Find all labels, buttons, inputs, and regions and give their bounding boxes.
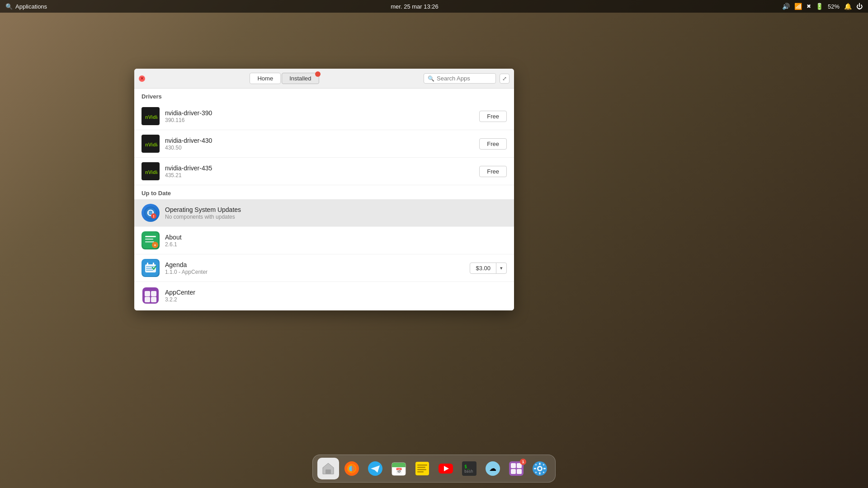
app-icon-os-updates: ! — [142, 204, 160, 222]
section-up-to-date: Up to Date — [134, 185, 514, 199]
svg-text:+: + — [154, 243, 156, 248]
app-name: Agenda — [165, 261, 470, 268]
svg-rect-41 — [326, 469, 331, 474]
list-item[interactable]: ! Operating System Updates No components… — [134, 199, 514, 227]
battery-icon: 🔋 — [816, 3, 823, 10]
dock-item-settings[interactable] — [529, 458, 551, 479]
svg-rect-27 — [145, 297, 150, 302]
app-action: $3.00 ▾ — [470, 263, 507, 274]
svg-rect-72 — [534, 468, 536, 469]
topbar: 🔍 Applications mer. 25 mar 13:26 🔊 📶 ✖ 🔋… — [0, 0, 868, 13]
svg-text:📅: 📅 — [396, 467, 402, 474]
price-button[interactable]: $3.00 ▾ — [470, 263, 507, 274]
app-icon-about: + — [142, 231, 160, 249]
list-item[interactable]: + About 2.6.1 — [134, 227, 514, 254]
svg-rect-54 — [417, 471, 424, 473]
app-info: AppCenter 3.2.2 — [165, 289, 507, 303]
app-name: AppCenter — [165, 289, 507, 296]
free-button[interactable]: Free — [479, 166, 507, 177]
list-item[interactable]: AppEditor 1.1.0 - AppCenter — [134, 310, 514, 310]
dock-item-terminal[interactable]: $_ bash — [458, 458, 480, 479]
app-name: nvidia-driver-430 — [165, 137, 479, 144]
topbar-left: 🔍 Applications — [5, 3, 47, 10]
svg-rect-28 — [151, 297, 156, 302]
svg-rect-19 — [146, 266, 155, 267]
svg-rect-14 — [145, 241, 154, 243]
svg-rect-26 — [151, 291, 156, 296]
app-version: 2.6.1 — [165, 241, 507, 248]
window-content: Drivers nVidia nvidia-driver-390 390.116… — [134, 89, 514, 310]
app-action: Free — [479, 111, 507, 122]
dock-item-store[interactable]: 1 — [505, 458, 527, 479]
tab-home[interactable]: Home — [250, 73, 281, 84]
svg-rect-66 — [517, 469, 522, 474]
svg-rect-52 — [417, 467, 425, 468]
tab-installed[interactable]: Installed — [282, 73, 319, 84]
app-icon-nvidia-430: nVidia — [142, 135, 160, 153]
dock: 📅 $_ bash — [312, 455, 556, 483]
app-info: nvidia-driver-430 430.50 — [165, 137, 479, 151]
svg-rect-71 — [539, 472, 541, 474]
svg-text:nVidia: nVidia — [145, 142, 158, 147]
close-button[interactable]: ✕ — [139, 75, 145, 82]
window-header: ✕ Home Installed 🔍 ⤢ — [134, 69, 514, 89]
app-name: nvidia-driver-390 — [165, 109, 479, 117]
dock-item-youtube[interactable] — [435, 458, 457, 479]
free-button[interactable]: Free — [479, 138, 507, 150]
dock-item-telegram[interactable] — [364, 458, 386, 479]
svg-rect-20 — [146, 268, 152, 269]
svg-rect-63 — [511, 463, 516, 468]
dock-item-cloud[interactable]: ☁ — [482, 458, 504, 479]
app-name: nvidia-driver-435 — [165, 164, 479, 172]
list-item[interactable]: nVidia nvidia-driver-430 430.50 Free — [134, 130, 514, 158]
bluetooth-icon: ✖ — [807, 3, 811, 9]
dock-item-notes[interactable] — [411, 458, 433, 479]
svg-text:☁: ☁ — [489, 465, 496, 472]
svg-rect-65 — [511, 469, 516, 474]
svg-text:$_: $_ — [464, 464, 470, 469]
svg-rect-12 — [145, 236, 156, 237]
nav-tabs: Home Installed — [149, 73, 420, 84]
price-arrow[interactable]: ▾ — [496, 263, 506, 273]
free-button[interactable]: Free — [479, 111, 507, 122]
app-version: 1.1.0 - AppCenter — [165, 269, 470, 275]
app-info: Operating System Updates No components w… — [165, 206, 507, 220]
search-icon: 🔍 — [428, 75, 434, 82]
notification-icon[interactable]: 🔔 — [844, 3, 852, 10]
svg-text:nVidia: nVidia — [145, 169, 158, 175]
app-version: 430.50 — [165, 145, 479, 151]
app-icon-agenda — [142, 259, 160, 277]
list-item[interactable]: AppCenter 3.2.2 — [134, 282, 514, 310]
search-box: 🔍 — [424, 73, 496, 84]
wifi-icon: 📶 — [794, 3, 802, 10]
appcenter-window: ✕ Home Installed 🔍 ⤢ Drivers — [134, 69, 514, 310]
power-icon[interactable]: ⏻ — [856, 3, 863, 10]
volume-icon[interactable]: 🔊 — [782, 3, 790, 10]
svg-rect-70 — [539, 463, 541, 465]
dock-item-firefox[interactable] — [341, 458, 363, 479]
svg-rect-22 — [147, 263, 148, 265]
dock-item-calendar[interactable]: 📅 — [388, 458, 410, 479]
app-name: About — [165, 234, 507, 241]
list-item[interactable]: nVidia nvidia-driver-435 435.21 Free — [134, 158, 514, 185]
app-info: Agenda 1.1.0 - AppCenter — [165, 261, 470, 275]
svg-rect-51 — [417, 465, 427, 466]
topbar-app-label: Applications — [15, 3, 47, 10]
svg-rect-21 — [146, 270, 153, 271]
svg-text:bash: bash — [464, 469, 473, 474]
app-info: nvidia-driver-390 390.116 — [165, 109, 479, 123]
search-input[interactable] — [437, 75, 492, 82]
list-item[interactable]: nVidia nvidia-driver-390 390.116 Free — [134, 103, 514, 130]
app-version: No components with updates — [165, 214, 507, 220]
topbar-datetime: mer. 25 mar 13:26 — [391, 3, 439, 10]
svg-rect-73 — [543, 468, 546, 469]
svg-rect-23 — [153, 263, 154, 265]
installed-badge — [315, 71, 321, 77]
expand-button[interactable]: ⤢ — [500, 74, 509, 84]
list-item[interactable]: Agenda 1.1.0 - AppCenter $3.00 ▾ — [134, 254, 514, 282]
app-version: 435.21 — [165, 172, 479, 178]
app-name: Operating System Updates — [165, 206, 507, 213]
svg-rect-13 — [145, 239, 153, 240]
svg-point-69 — [538, 467, 541, 470]
dock-item-files[interactable] — [317, 458, 339, 479]
